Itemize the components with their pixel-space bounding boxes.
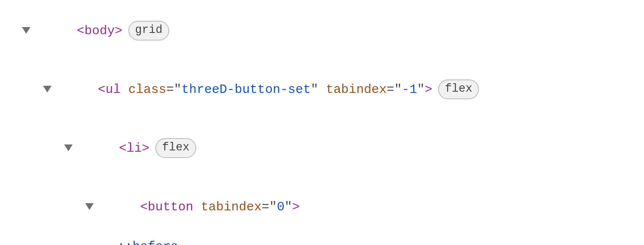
node-tag: <body> <box>77 24 122 38</box>
dom-tree-panel: <body> grid <ul class="threeD-button-set… <box>0 0 644 245</box>
node-tag-open: <ul <box>98 82 121 97</box>
expand-triangle-icon[interactable] <box>22 27 30 34</box>
pseudo-element: ::before <box>117 237 178 245</box>
expand-triangle-icon[interactable] <box>43 86 51 93</box>
attr-tabindex-name: tabindex <box>326 82 387 97</box>
layout-badge[interactable]: flex <box>155 138 196 158</box>
node-tag-open: <button <box>140 200 193 214</box>
dom-node-li[interactable]: <li> flex <box>0 119 644 178</box>
dom-node-ul[interactable]: <ul class="threeD-button-set" tabindex="… <box>0 60 644 119</box>
expand-triangle-icon[interactable] <box>64 144 73 151</box>
attr-class-name: class <box>128 82 166 97</box>
layout-badge[interactable]: grid <box>128 21 169 41</box>
node-tag-close: > <box>425 82 432 97</box>
dom-node-button[interactable]: <button tabindex="0"> <box>0 178 644 237</box>
attr-class-value: threeD-button-set <box>181 82 311 97</box>
expand-triangle-icon[interactable] <box>85 203 94 210</box>
node-tag: <li> <box>119 141 149 155</box>
attr-tabindex-value: 0 <box>277 200 284 214</box>
dom-pseudo-before[interactable]: ::before <box>0 237 644 245</box>
node-tag-close: > <box>292 200 300 214</box>
dom-node-body[interactable]: <body> grid <box>0 2 644 60</box>
attr-tabindex-value: -1 <box>402 82 417 97</box>
attr-tabindex-name: tabindex <box>201 200 262 214</box>
layout-badge[interactable]: flex <box>438 79 479 99</box>
